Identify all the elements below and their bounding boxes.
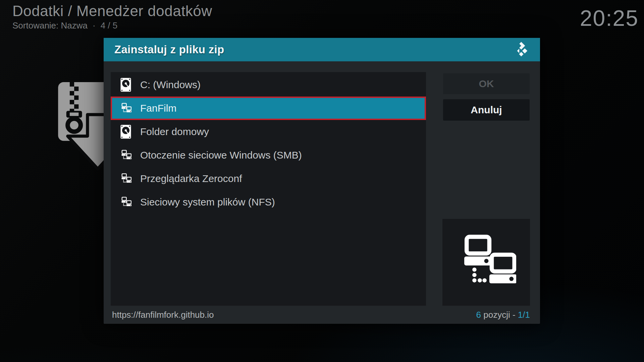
item-position: 4 / 5 <box>101 20 118 31</box>
page-indicator: 1/1 <box>518 310 530 320</box>
dialog-title: Zainstaluj z pliku zip <box>114 43 224 56</box>
source-list: C: (Windows) FanFilm Folder domowy Otocz… <box>111 72 426 306</box>
list-item-label: Otoczenie sieciowe Windows (SMB) <box>140 149 302 161</box>
install-from-zip-dialog: Zainstaluj z pliku zip C: (Windows) FanF… <box>104 38 540 324</box>
breadcrumb: Dodatki / Menedżer dodatków <box>12 3 212 19</box>
hdd-icon <box>119 125 132 139</box>
hdd-icon <box>119 78 132 92</box>
dialog-titlebar: Zainstaluj z pliku zip <box>104 38 540 61</box>
list-item-label: C: (Windows) <box>140 79 201 90</box>
source-url: https://fanfilmfork.github.io <box>112 310 214 320</box>
item-count: 6 pozycji - 1/1 <box>476 310 530 320</box>
item-count-number: 6 <box>476 310 481 320</box>
network-icon <box>457 233 516 292</box>
cancel-button[interactable]: Anuluj <box>443 99 530 121</box>
item-count-label: pozycji - <box>481 310 518 320</box>
page-header: Dodatki / Menedżer dodatków Sortowanie: … <box>12 3 212 31</box>
kodi-logo-icon <box>513 42 529 58</box>
network-icon <box>119 173 132 184</box>
dot-separator: · <box>93 20 96 31</box>
list-item-label: FanFilm <box>140 103 176 114</box>
list-item[interactable]: C: (Windows) <box>111 73 426 97</box>
ok-button[interactable]: OK <box>443 73 530 94</box>
sort-label: Sortowanie: Nazwa <box>12 20 88 31</box>
list-item[interactable]: Sieciowy system plików (NFS) <box>111 190 426 214</box>
network-icon <box>119 149 132 161</box>
list-item-label: Przeglądarka Zeroconf <box>140 173 242 184</box>
list-item[interactable]: Folder domowy <box>111 120 426 143</box>
sort-info: Sortowanie: Nazwa · 4 / 5 <box>12 20 212 31</box>
clock: 20:25 <box>580 5 639 31</box>
list-item-label: Folder domowy <box>140 126 209 137</box>
network-icon <box>119 103 132 114</box>
list-item[interactable]: Otoczenie sieciowe Windows (SMB) <box>111 143 426 167</box>
list-item-selected[interactable]: FanFilm <box>111 97 426 120</box>
network-icon <box>119 196 132 208</box>
item-preview-box <box>442 219 530 306</box>
list-item[interactable]: Przeglądarka Zeroconf <box>111 167 426 190</box>
dialog-footer: https://fanfilmfork.github.io 6 pozycji … <box>104 306 540 324</box>
list-item-label: Sieciowy system plików (NFS) <box>140 196 275 208</box>
